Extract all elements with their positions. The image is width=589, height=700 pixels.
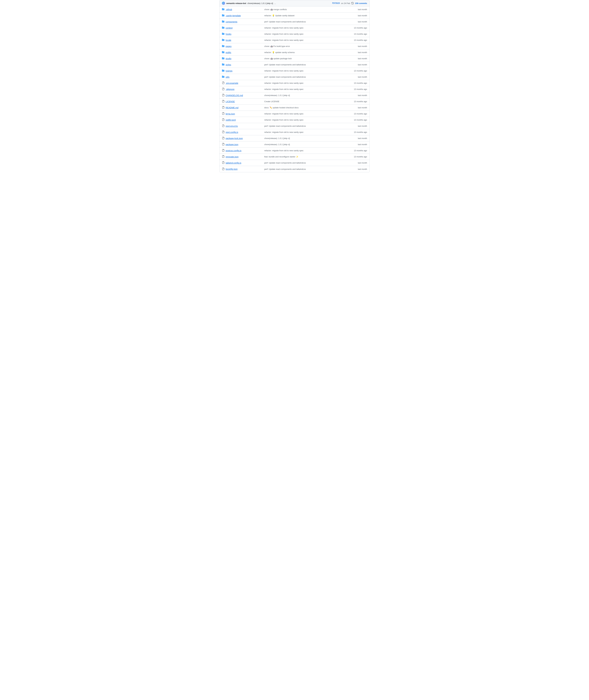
folder-icon [222, 20, 224, 23]
file-link[interactable]: context [226, 27, 232, 29]
file-icon [222, 88, 224, 91]
folder-icon [222, 63, 224, 66]
commit-message-cell: perf: Update react-components and tailwi… [262, 125, 358, 127]
time-cell: 13 months ago [354, 100, 367, 103]
table-row: hooksrefactor: migrate from old to new s… [219, 31, 370, 37]
file-link[interactable]: netlify.toml [226, 119, 236, 121]
file-link[interactable]: .gitignore [226, 88, 234, 91]
folder-icon [222, 39, 224, 42]
file-link[interactable]: utils [226, 76, 229, 78]
time-cell: 13 months ago [354, 88, 367, 91]
file-name-cell: lerna.json [222, 112, 262, 115]
file-name-cell: renovate.json [222, 155, 262, 158]
file-link[interactable]: .env.example [226, 82, 238, 84]
table-row: pageschore: 🤖 Fix build type errorlast m… [219, 43, 370, 49]
table-row: README.mddocs: ✏️ update hosted checkout… [219, 105, 370, 111]
commit-message-cell: refactor: migrate from old to new sanity… [262, 39, 354, 41]
time-cell: last month [358, 45, 367, 47]
file-icon [222, 161, 224, 164]
commit-message-cell: refactor: migrate from old to new sanity… [262, 88, 354, 91]
avatar [222, 2, 225, 5]
commit-message-cell: chore(release): 1.0.1 [skip ci] [262, 137, 358, 140]
commit-message-cell: refactor: migrate from old to new sanity… [262, 149, 354, 152]
file-link[interactable]: studio [226, 57, 231, 60]
commit-message-cell: refactor: migrate from old to new sanity… [262, 27, 354, 29]
file-name-cell: package-lock.json [222, 137, 262, 140]
commit-message-cell: Create LICENSE [262, 100, 354, 103]
file-name-cell: next.config.js [222, 131, 262, 134]
file-name-cell: utils [222, 75, 262, 78]
file-name-cell: .github [222, 8, 262, 11]
file-link[interactable]: tailwind.config.js [226, 162, 241, 164]
file-icon [222, 131, 224, 134]
folder-icon [222, 69, 224, 72]
file-link[interactable]: pages [226, 45, 231, 47]
file-icon [222, 149, 224, 152]
file-icon [222, 168, 224, 171]
commit-message-cell: chore(release): 1.0.1 [skip ci] [262, 94, 358, 97]
commit-message-cell: chore: 🤖 Fix build type error [262, 45, 358, 47]
file-link[interactable]: hooks [226, 33, 231, 35]
commit-message-cell: perf: Update react-components and tailwi… [262, 76, 358, 78]
file-link[interactable]: README.md [226, 107, 238, 109]
file-link[interactable]: typings [226, 70, 232, 72]
time-cell: last month [358, 14, 367, 17]
file-link[interactable]: tsconfig.json [226, 168, 238, 170]
file-link[interactable]: public [226, 51, 231, 54]
table-row: LICENSECreate LICENSE13 months ago [219, 99, 370, 105]
file-link[interactable]: .sanity-template [226, 14, 241, 17]
file-name-cell: public [222, 51, 262, 54]
file-link[interactable]: package.json [226, 143, 238, 146]
commit-message-cell: perf: Update react-components and tailwi… [262, 162, 358, 164]
history-icon [351, 2, 354, 4]
time-cell: 13 months ago [354, 27, 367, 29]
file-link[interactable]: components [226, 21, 237, 23]
file-link[interactable]: LICENSE [226, 100, 235, 103]
file-link[interactable]: locale [226, 39, 231, 41]
time-cell: last month [358, 76, 367, 78]
file-link[interactable]: postcss.config.js [226, 149, 241, 152]
file-link[interactable]: CHANGELOG.md [226, 94, 243, 97]
file-link[interactable]: lerna.json [226, 113, 235, 115]
time-cell: 13 months ago [354, 82, 367, 84]
file-link[interactable]: renovate.json [226, 156, 238, 158]
time-cell: 13 months ago [354, 156, 367, 158]
file-name-cell: components [222, 20, 262, 23]
file-icon [222, 125, 224, 128]
file-link[interactable]: package-lock.json [226, 137, 243, 140]
time-cell: 13 months ago [354, 119, 367, 121]
file-link[interactable]: next-env.d.ts [226, 125, 238, 127]
commit-message-cell: docs: ✏️ update hosted checkout docs [262, 107, 358, 109]
commit-details-button[interactable]: ... [274, 2, 276, 4]
commit-author[interactable]: semantic-release-bot [226, 2, 246, 4]
commit-message-cell: refactor: migrate from old to new sanity… [262, 119, 354, 121]
file-name-cell: next-env.d.ts [222, 125, 262, 128]
file-link[interactable]: styles [226, 63, 231, 66]
time-cell: last month [358, 137, 367, 140]
file-list: .githubchore: 🤖 merge conflictslast mont… [219, 6, 370, 172]
file-name-cell: tsconfig.json [222, 168, 262, 171]
time-cell: last month [358, 125, 367, 127]
folder-icon [222, 45, 224, 48]
time-cell: last month [358, 94, 367, 97]
commit-message-cell: chore: 🤖 update package lock [262, 57, 358, 60]
table-row: studiochore: 🤖 update package locklast m… [219, 55, 370, 62]
table-row: localerefactor: migrate from old to new … [219, 37, 370, 43]
commit-message-cell: chore: 🤖 merge conflicts [262, 8, 358, 11]
commit-hash[interactable]: f5f3525 [332, 2, 340, 4]
time-cell: last month [358, 51, 367, 53]
table-row: next-env.d.tsperf: Update react-componen… [219, 123, 370, 129]
table-row: .githubchore: 🤖 merge conflictslast mont… [219, 6, 370, 13]
file-name-cell: pages [222, 45, 262, 48]
time-cell: 13 months ago [354, 113, 367, 115]
table-row: .sanity-templaterefactor: 💡 Update sanit… [219, 13, 370, 19]
table-row: utilsperf: Update react-components and t… [219, 74, 370, 80]
file-link[interactable]: next.config.js [226, 131, 238, 134]
file-name-cell: README.md [222, 106, 262, 109]
commits-count[interactable]: 159 commits [355, 2, 367, 4]
file-name-cell: hooks [222, 32, 262, 36]
file-link[interactable]: .github [226, 8, 232, 11]
time-cell: 13 months ago [354, 70, 367, 72]
file-name-cell: LICENSE [222, 100, 262, 103]
table-row: package-lock.jsonchore(release): 1.0.1 [… [219, 135, 370, 142]
